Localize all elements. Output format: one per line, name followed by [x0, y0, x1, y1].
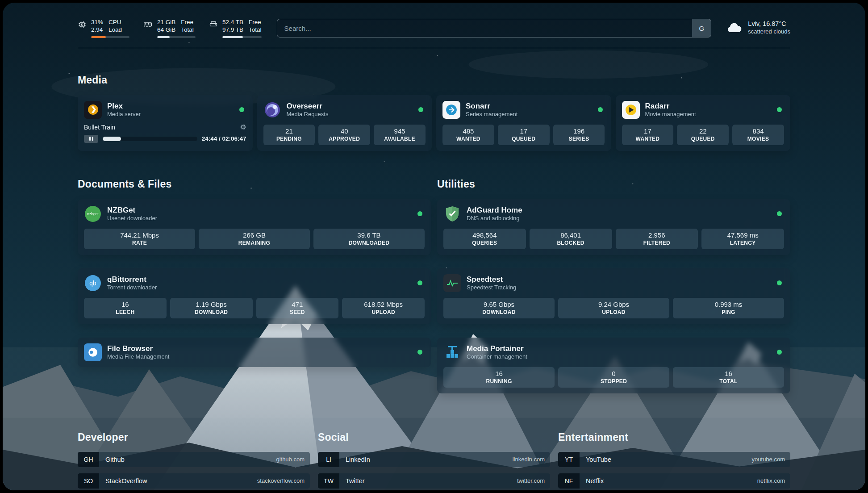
ram-free-label: Free [181, 19, 194, 26]
stat-tile: 39.6 TBDOWNLOADED [313, 229, 425, 249]
stat-tile: 21PENDING [263, 125, 315, 145]
ram-usage-fill [157, 36, 170, 38]
cpu-icon [78, 20, 87, 29]
system-stats: 31% 2.94 CPU Load [78, 19, 262, 38]
disk-icon [209, 20, 218, 29]
bookmark-abbr: NF [558, 473, 580, 489]
stat-tile: 47.569 msLATENCY [701, 229, 784, 249]
section-documents: Documents & Files nzbget NZBGet Usenet d… [78, 170, 431, 393]
bookmark-netflix[interactable]: NF Netflix netflix.com [558, 473, 790, 489]
status-indicator [598, 107, 603, 112]
stat-tile: 618.52 MbpsUPLOAD [342, 298, 425, 318]
media-grid: Plex Media server Bullet Train [78, 95, 790, 151]
stat-tile: 16LEECH [84, 298, 167, 318]
service-name: Media Portainer [467, 344, 527, 353]
topbar: 31% 2.94 CPU Load [78, 3, 790, 38]
disk-total-value: 97.9 TB [222, 26, 243, 34]
service-description: Speedtest Tracking [467, 284, 516, 291]
cpu-widget: 31% 2.94 CPU Load [78, 19, 129, 38]
section-utilities: Utilities AdGuard Home DNS and adblockin… [437, 170, 790, 393]
playback-time: 24:44 / 02:06:47 [202, 135, 246, 142]
search-input[interactable] [277, 19, 693, 37]
section-title-social: Social [318, 431, 550, 443]
stat-tile: 196SERIES [553, 125, 605, 145]
playback-progress-bar[interactable] [103, 137, 197, 141]
service-name: NZBGet [107, 205, 157, 215]
service-description: Container management [467, 353, 527, 360]
bookmark-abbr: TW [318, 473, 339, 489]
section-media: Media Plex Media server [78, 74, 790, 151]
pause-button[interactable] [84, 135, 98, 143]
svg-text:qb: qb [89, 280, 96, 287]
service-name: Speedtest [467, 275, 516, 284]
qbittorrent-icon: qb [84, 274, 102, 292]
stat-tile: 40APPROVED [318, 125, 370, 145]
speedtest-icon [443, 274, 461, 292]
bookmark-twitter[interactable]: TW Twitter twitter.com [318, 473, 550, 489]
stat-tile: 17QUEUED [498, 125, 550, 145]
service-description: Usenet downloader [107, 215, 157, 222]
bookmark-group-social: Social LI LinkedIn linkedin.com TW Twitt… [318, 423, 550, 490]
bookmark-abbr: SO [78, 473, 99, 489]
status-indicator [417, 350, 422, 355]
bookmark-stackoverflow[interactable]: SO StackOverflow stackoverflow.com [78, 473, 310, 489]
stat-tile: 22QUEUED [677, 125, 729, 145]
service-description: Movie management [645, 111, 696, 118]
bookmark-youtube[interactable]: YT YouTube youtube.com [558, 452, 790, 467]
service-card-overseerr[interactable]: Overseerr Media Requests 21PENDING 40APP… [257, 95, 432, 151]
overseerr-icon [263, 101, 281, 119]
cpu-load-value: 2.94 [91, 26, 103, 34]
status-indicator [777, 107, 782, 112]
service-card-plex[interactable]: Plex Media server Bullet Train [78, 95, 253, 151]
disk-total-label: Total [249, 26, 262, 34]
ram-usage-bar [157, 36, 196, 38]
service-card-radarr[interactable]: Radarr Movie management 17WANTED 22QUEUE… [616, 95, 791, 151]
stat-tile: 945AVAILABLE [374, 125, 426, 145]
search-engine-button[interactable]: G [692, 19, 711, 37]
status-indicator [777, 280, 782, 285]
service-card-filebrowser[interactable]: File Browser Media File Management [78, 338, 431, 367]
bookmark-linkedin[interactable]: LI LinkedIn linkedin.com [318, 452, 550, 467]
gear-icon[interactable] [240, 124, 246, 131]
service-description: Media Requests [287, 111, 329, 118]
sonarr-icon [442, 101, 460, 119]
bookmark-group-developer: Developer GH Github github.com SO StackO… [78, 423, 310, 490]
nzbget-icon: nzbget [84, 205, 102, 223]
cpu-usage-bar [91, 36, 129, 38]
weather-condition: scattered clouds [748, 28, 790, 36]
stat-tile: 1.19 GbpsDOWNLOAD [170, 298, 253, 318]
ram-total-value: 64 GiB [157, 26, 175, 34]
bookmark-name: YouTube [586, 456, 611, 463]
service-card-speedtest[interactable]: Speedtest Speedtest Tracking 9.65 GbpsDO… [437, 268, 790, 324]
bookmark-url: stackoverflow.com [257, 477, 305, 484]
service-name: Overseerr [287, 101, 329, 111]
disk-usage-fill [222, 36, 243, 38]
stat-tile: 9.65 GbpsDOWNLOAD [443, 298, 555, 318]
service-card-portainer[interactable]: Media Portainer Container management 16R… [437, 338, 790, 393]
radarr-icon [622, 101, 640, 119]
service-description: Series management [466, 111, 517, 118]
bookmark-url: youtube.com [752, 456, 785, 463]
bookmark-name: Twitter [346, 477, 365, 485]
stat-tile: 266 GBREMAINING [199, 229, 310, 249]
bookmark-name: StackOverflow [105, 477, 147, 485]
disk-free-label: Free [249, 19, 262, 26]
ram-total-label: Total [181, 26, 194, 34]
portainer-icon [443, 343, 461, 361]
bookmark-github[interactable]: GH Github github.com [78, 452, 310, 467]
adguard-icon [443, 205, 461, 223]
service-name: Plex [107, 101, 141, 111]
plex-icon [84, 101, 102, 119]
service-card-qbittorrent[interactable]: qb qBittorrent Torrent downloader 16LEEC… [78, 268, 431, 324]
bookmark-url: linkedin.com [513, 456, 545, 463]
cpu-usage-fill [91, 36, 106, 38]
status-indicator [777, 350, 782, 355]
service-card-nzbget[interactable]: nzbget NZBGet Usenet downloader 744.21 M… [78, 199, 431, 255]
service-card-adguard[interactable]: AdGuard Home DNS and adblocking 498,564Q… [437, 199, 790, 255]
cloud-icon [726, 22, 743, 33]
stat-tile: 471SEED [256, 298, 339, 318]
bookmark-name: Github [105, 456, 125, 463]
cpu-label: CPU [108, 19, 122, 26]
service-card-sonarr[interactable]: Sonarr Series management 485WANTED 17QUE… [436, 95, 611, 151]
stat-tile: 834MOVIES [732, 125, 784, 145]
